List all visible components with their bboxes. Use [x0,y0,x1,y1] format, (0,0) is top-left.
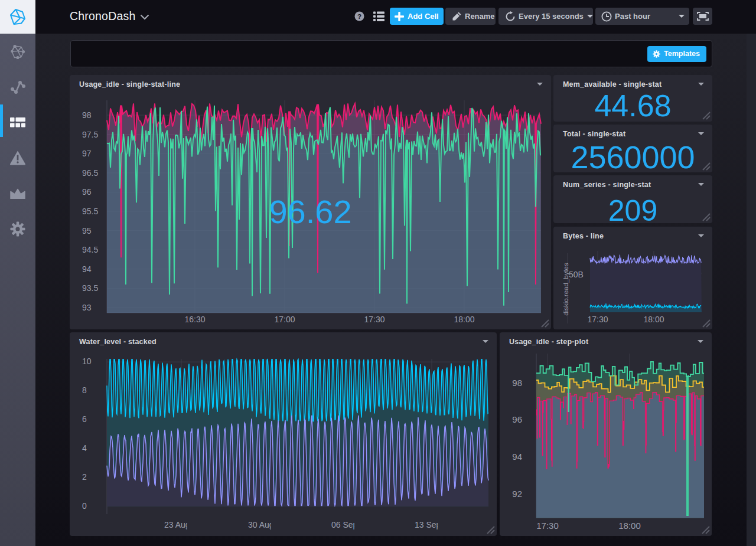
svg-text:?: ? [357,13,361,20]
